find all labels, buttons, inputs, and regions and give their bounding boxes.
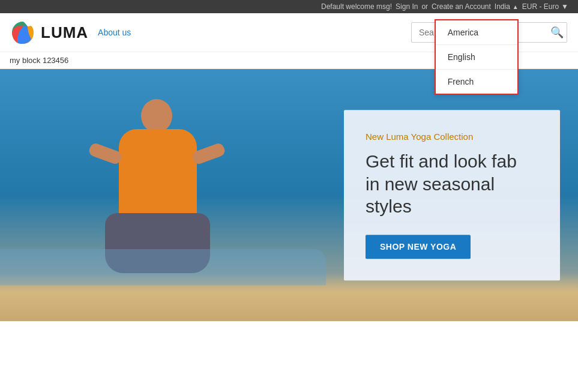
store-label: India [495,2,510,11]
headline-line1: Get fit and look fab [366,151,517,171]
currency-label: EUR - Euro [522,2,559,11]
about-us-link[interactable]: About us [98,28,131,37]
logo-text: LUMA [41,23,88,42]
figure-head [141,99,172,133]
or-text: or [421,2,428,11]
currency-arrow-icon: ▼ [561,2,568,11]
my-block-text: my block 123456 [10,56,68,65]
create-account-link[interactable]: Create an Account [432,2,491,11]
sign-in-link[interactable]: Sign In [396,2,418,11]
headline-line2: in new seasonal [366,174,495,194]
store-option-french[interactable]: French [436,70,517,94]
hero-banner: New Luma Yoga Collection Get fit and loo… [0,69,578,321]
store-switcher[interactable]: India ▲ America English French [495,2,519,11]
hero-card: New Luma Yoga Collection Get fit and loo… [344,110,560,280]
store-option-america[interactable]: America [436,20,517,44]
welcome-message: Default welcome msg! [321,2,392,11]
collection-label: New Luma Yoga Collection [366,131,538,142]
top-bar: Default welcome msg! Sign In or Create a… [0,0,578,13]
hero-headline: Get fit and look fab in new seasonal sty… [366,150,538,218]
headline-line3: styles [366,196,412,216]
logo-wrap: LUMA About us [10,19,131,46]
search-button[interactable]: 🔍 [546,23,568,41]
hero-water [0,249,326,285]
shop-new-yoga-button[interactable]: Shop New Yoga [366,235,471,259]
figure-body [119,129,197,225]
luma-logo-icon [10,19,36,46]
figure-arm-left [88,142,123,165]
currency-switcher[interactable]: EUR - Euro ▼ [522,2,568,11]
store-option-english[interactable]: English [436,45,517,69]
store-arrow-up-icon: ▲ [513,4,519,10]
store-dropdown: America English French [435,19,519,95]
